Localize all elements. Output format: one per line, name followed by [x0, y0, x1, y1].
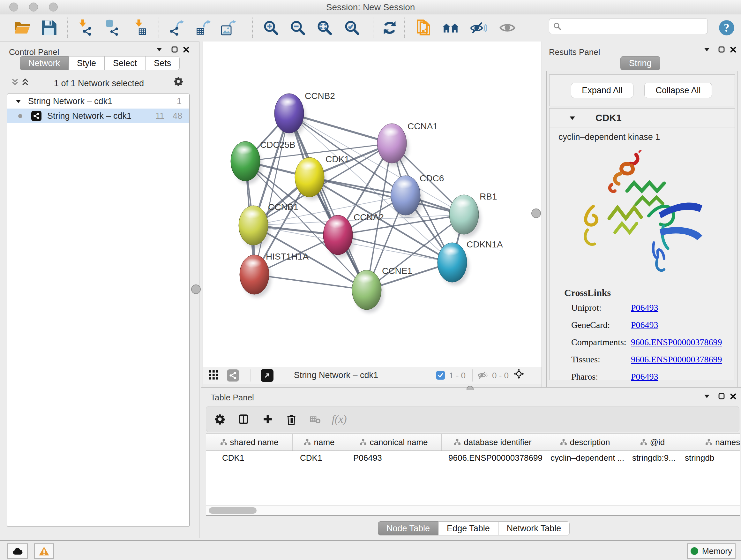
control-panel-splitter-handle[interactable] [191, 285, 201, 294]
hidden-eye-slash-icon[interactable] [478, 371, 488, 381]
network-node-CCNA1[interactable] [377, 124, 407, 163]
network-node-RB1[interactable] [449, 195, 479, 234]
table-cell[interactable]: CDK1 [206, 450, 292, 465]
table-cell[interactable]: stringdb:9... [624, 450, 677, 465]
network-node-CDKN1A[interactable] [437, 243, 467, 282]
open-web-browser-button[interactable] [442, 19, 460, 37]
tab-network[interactable]: Network [20, 56, 69, 70]
hide-graphics-details-button[interactable] [470, 19, 488, 37]
control-panel-close-button[interactable] [181, 44, 192, 55]
expand-all-button[interactable]: Expand All [571, 83, 633, 98]
tab-edge-table[interactable]: Edge Table [439, 521, 498, 536]
zoom-out-button[interactable] [289, 19, 307, 37]
table-cell[interactable]: CDK1 [292, 450, 346, 465]
show-graphics-details-button[interactable] [498, 19, 516, 37]
search-input[interactable] [564, 20, 703, 33]
collection-expander-icon[interactable] [16, 99, 21, 104]
results-panel-splitter-handle[interactable] [531, 208, 541, 218]
tab-node-table[interactable]: Node Table [378, 521, 439, 536]
table-panel-menu-button[interactable] [701, 391, 712, 401]
function-builder-button-disabled[interactable]: f(x) [331, 411, 347, 428]
crosslink-link[interactable]: P06493 [631, 372, 658, 382]
apply-layout-button[interactable] [381, 19, 399, 37]
help-button[interactable]: ? [718, 19, 736, 37]
tab-style[interactable]: Style [69, 56, 105, 70]
network-edge[interactable] [289, 113, 367, 290]
network-canvas[interactable]: CCNB2CCNA1CDC25BCDK1CDC6RB1CCNB1CCNA2CDK… [203, 42, 542, 367]
crosslink-link[interactable]: P06493 [631, 303, 658, 313]
export-image-button[interactable] [219, 19, 238, 37]
results-panel-close-button[interactable] [728, 44, 738, 55]
table-cell[interactable]: stringdb [677, 450, 740, 465]
table-settings-button[interactable] [212, 411, 228, 428]
tab-string[interactable]: String [620, 56, 660, 70]
tab-select[interactable]: Select [105, 56, 145, 70]
column-header-@id[interactable]: @id [626, 434, 679, 450]
network-edge[interactable] [254, 274, 367, 290]
import-table-button[interactable] [131, 19, 149, 37]
table-cell[interactable]: cyclin–dependent ... [543, 450, 624, 465]
column-header-description[interactable]: description [544, 434, 626, 450]
network-options-gear-button[interactable] [173, 76, 184, 87]
grid-mode-button[interactable] [208, 370, 219, 381]
add-column-button[interactable] [259, 411, 276, 428]
memory-button[interactable]: Memory [687, 543, 736, 559]
column-header-database-identifier[interactable]: database identifier [442, 434, 544, 450]
results-panel-float-button[interactable] [716, 44, 727, 55]
network-node-CCNE1[interactable] [352, 270, 381, 310]
zoom-in-button[interactable] [262, 19, 280, 37]
selected-checkbox-icon[interactable] [436, 371, 445, 380]
show-columns-button[interactable] [235, 411, 252, 428]
table-row[interactable]: CDK1CDK1P064939606.ENSP00000378699cyclin… [206, 450, 740, 465]
network-view-type-button[interactable] [227, 369, 239, 381]
network-node-CCNB2[interactable] [274, 94, 304, 133]
table-panel-float-button[interactable] [716, 391, 727, 401]
scrollbar-thumb[interactable] [209, 507, 257, 514]
zoom-fit-button[interactable] [316, 19, 333, 37]
network-row-selected[interactable]: String Network – cdk1 11 48 [7, 109, 189, 123]
tab-network-table[interactable]: Network Table [498, 521, 570, 536]
network-node-CDC25B[interactable] [231, 141, 260, 181]
column-header-canonical-name[interactable]: canonical name [346, 434, 442, 450]
table-cell[interactable]: 9606.ENSP00000378699 [441, 450, 543, 465]
network-edge[interactable] [254, 113, 289, 274]
table-panel-close-button[interactable] [728, 391, 738, 401]
network-node-CCNA2[interactable] [323, 215, 353, 255]
delete-column-button[interactable] [283, 411, 300, 428]
column-header-namespace[interactable]: namespace [679, 434, 740, 450]
column-type-icon [560, 439, 567, 446]
control-panel-menu-button[interactable] [154, 44, 165, 55]
tab-sets[interactable]: Sets [145, 56, 180, 70]
network-node-CCNB1[interactable] [239, 206, 268, 245]
crosslink-link[interactable]: 9606.ENSP00000378699 [631, 354, 722, 365]
zoom-selected-button[interactable] [343, 19, 361, 37]
network-node-CDK1[interactable] [295, 158, 324, 197]
collapse-all-button[interactable]: Collapse All [644, 83, 712, 98]
detach-view-button[interactable] [261, 369, 273, 382]
open-session-button[interactable] [13, 19, 31, 37]
network-node-HIST1H1A[interactable] [240, 255, 269, 294]
collapse-all-networks-button[interactable] [10, 77, 20, 87]
import-network-button[interactable] [75, 19, 93, 37]
export-table-button[interactable] [194, 19, 212, 37]
export-network-button[interactable] [168, 19, 186, 37]
column-header-shared-name[interactable]: shared name [206, 434, 293, 450]
crosslink-link[interactable]: 9606.ENSP00000378699 [631, 337, 722, 348]
network-collection-row[interactable]: String Network – cdk1 1 [7, 94, 189, 109]
control-panel-float-button[interactable] [169, 44, 180, 55]
results-panel-menu-button[interactable] [701, 44, 712, 55]
crosslink-link[interactable]: P06493 [631, 320, 658, 330]
expand-all-networks-button[interactable] [20, 77, 30, 87]
save-session-button[interactable] [40, 19, 58, 37]
fit-content-crosshair-button[interactable] [514, 368, 524, 379]
import-network-from-database-button[interactable] [102, 19, 120, 37]
warnings-button[interactable] [34, 543, 54, 559]
network-snapshot-button[interactable] [414, 19, 432, 37]
column-header-name[interactable]: name [293, 434, 346, 450]
protein-section-header[interactable]: CDK1 [549, 109, 735, 127]
protein-collapse-icon[interactable] [569, 116, 576, 120]
delete-table-button-disabled[interactable] [307, 411, 323, 428]
cloud-status-button[interactable] [7, 543, 28, 559]
table-cell[interactable]: P06493 [346, 450, 441, 465]
network-node-CDC6[interactable] [391, 176, 420, 215]
